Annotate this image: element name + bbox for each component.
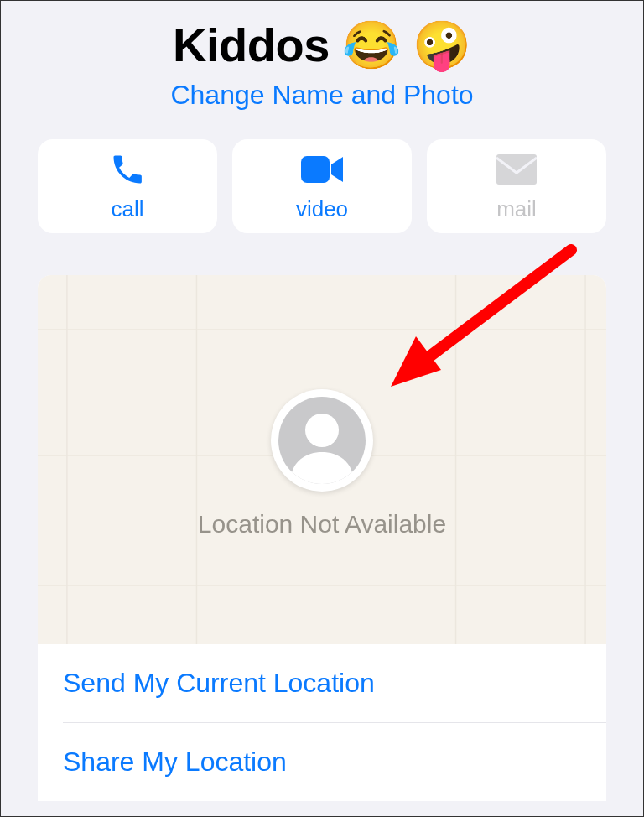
video-label: video xyxy=(296,196,348,222)
video-icon xyxy=(301,151,343,188)
contact-title: Kiddos 😂 🤪 xyxy=(1,18,643,73)
share-location-button[interactable]: Share My Location xyxy=(38,723,606,801)
video-button[interactable]: video xyxy=(232,139,412,233)
change-name-photo-link[interactable]: Change Name and Photo xyxy=(1,80,643,111)
mail-icon xyxy=(496,151,537,188)
svg-rect-0 xyxy=(301,156,330,183)
person-placeholder-icon xyxy=(278,397,366,484)
svg-point-9 xyxy=(305,414,339,447)
svg-rect-1 xyxy=(496,154,537,185)
location-status-text: Location Not Available xyxy=(198,510,446,539)
send-location-button[interactable]: Send My Current Location xyxy=(38,644,606,722)
call-label: call xyxy=(111,196,143,222)
mail-label: mail xyxy=(496,196,537,222)
mail-button[interactable]: mail xyxy=(427,139,606,233)
location-card: Location Not Available Send My Current L… xyxy=(38,275,606,801)
phone-icon xyxy=(109,151,146,188)
contact-avatar xyxy=(271,389,373,492)
call-button[interactable]: call xyxy=(38,139,217,233)
location-map[interactable]: Location Not Available xyxy=(38,275,606,644)
